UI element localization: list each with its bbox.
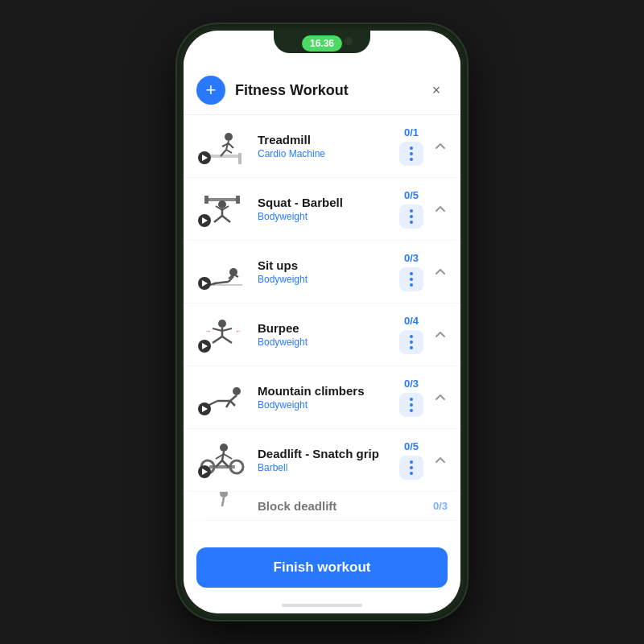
add-exercise-button[interactable]: + bbox=[196, 76, 225, 105]
menu-dot bbox=[410, 460, 413, 464]
exercise-menu-button[interactable] bbox=[399, 267, 423, 291]
svg-line-52 bbox=[222, 497, 224, 506]
menu-dot bbox=[410, 152, 413, 155]
exercise-actions: 0/3 bbox=[399, 378, 423, 417]
collapse-icon[interactable] bbox=[433, 456, 448, 465]
exercise-thumbnail bbox=[196, 190, 248, 229]
menu-dot bbox=[410, 215, 413, 218]
exercise-name: Sit ups bbox=[258, 258, 390, 272]
exercise-category: Bodyweight bbox=[258, 274, 390, 285]
status-bar: 16.36 bbox=[184, 31, 460, 66]
menu-dot bbox=[410, 158, 413, 161]
svg-text:←: ← bbox=[235, 328, 242, 335]
list-item[interactable]: Deadlift - Snatch grip Barbell 0/5 bbox=[184, 429, 460, 492]
list-item[interactable]: → ← Burpee Bodyweight 0/4 bbox=[184, 303, 460, 366]
exercise-actions: 0/5 bbox=[399, 440, 423, 480]
play-icon[interactable] bbox=[198, 277, 211, 290]
exercise-info: Mountain climbers Bodyweight bbox=[258, 384, 390, 411]
home-indicator bbox=[184, 597, 460, 613]
collapse-icon[interactable] bbox=[433, 142, 448, 151]
svg-point-51 bbox=[220, 492, 228, 497]
exercise-name: Squat - Barbell bbox=[258, 196, 390, 209]
list-item[interactable]: Block deadlift 0/3 bbox=[184, 492, 460, 521]
menu-dot bbox=[410, 403, 413, 407]
menu-dot bbox=[410, 398, 413, 401]
collapse-icon[interactable] bbox=[433, 267, 448, 277]
exercise-actions: 0/1 bbox=[399, 126, 423, 166]
phone-frame: 16.36 + Fitness Workout × bbox=[177, 24, 467, 620]
set-count: 0/3 bbox=[404, 252, 419, 264]
exercise-name: Deadlift - Snatch grip bbox=[258, 447, 390, 460]
menu-dot bbox=[410, 283, 413, 287]
list-item[interactable]: Sit ups Bodyweight 0/3 bbox=[184, 241, 460, 303]
svg-line-29 bbox=[222, 336, 232, 343]
exercise-thumbnail: → ← bbox=[196, 316, 248, 354]
exercise-menu-button[interactable] bbox=[399, 330, 423, 354]
exercise-actions: 0/3 bbox=[399, 252, 423, 291]
exercise-info: Treadmill Cardio Machine bbox=[258, 133, 390, 159]
play-icon[interactable] bbox=[198, 151, 211, 164]
svg-line-4 bbox=[226, 141, 229, 150]
svg-line-21 bbox=[214, 282, 229, 283]
set-count: 0/4 bbox=[404, 315, 419, 327]
collapse-icon[interactable] bbox=[433, 393, 448, 402]
svg-line-8 bbox=[229, 143, 233, 148]
svg-point-12 bbox=[218, 200, 226, 208]
finish-workout-button[interactable]: Finish workout bbox=[196, 547, 448, 588]
svg-point-34 bbox=[233, 387, 241, 395]
svg-rect-10 bbox=[204, 196, 208, 204]
menu-dot bbox=[410, 209, 413, 213]
menu-dot bbox=[410, 346, 413, 349]
svg-line-6 bbox=[226, 150, 232, 153]
exercise-category: Cardio Machine bbox=[258, 148, 390, 159]
exercise-menu-button[interactable] bbox=[399, 204, 423, 229]
app-header: + Fitness Workout × bbox=[184, 66, 460, 115]
exercise-info: Burpee Bodyweight bbox=[258, 321, 390, 348]
phone-screen: 16.36 + Fitness Workout × bbox=[184, 31, 460, 613]
exercise-info: Block deadlift bbox=[258, 499, 423, 513]
svg-line-14 bbox=[214, 216, 222, 222]
svg-line-28 bbox=[213, 336, 222, 343]
time-display: 16.36 bbox=[302, 35, 342, 52]
exercise-thumbnail bbox=[196, 441, 248, 480]
svg-line-31 bbox=[222, 328, 232, 331]
exercise-name: Treadmill bbox=[258, 133, 390, 147]
close-button[interactable]: × bbox=[425, 79, 448, 101]
exercise-category: Bodyweight bbox=[258, 336, 390, 348]
exercise-menu-button[interactable] bbox=[399, 142, 423, 166]
exercise-menu-button[interactable] bbox=[399, 393, 423, 417]
svg-line-39 bbox=[230, 401, 235, 406]
menu-dot bbox=[410, 147, 413, 150]
list-item[interactable]: Squat - Barbell Bodyweight 0/5 bbox=[184, 178, 460, 241]
svg-line-35 bbox=[230, 395, 237, 401]
menu-dot bbox=[410, 221, 413, 224]
play-icon[interactable] bbox=[198, 465, 211, 478]
set-count: 0/3 bbox=[433, 500, 448, 512]
play-icon[interactable] bbox=[198, 340, 211, 353]
set-count: 0/3 bbox=[404, 378, 419, 390]
exercise-category: Bodyweight bbox=[258, 211, 390, 222]
home-bar bbox=[282, 604, 362, 607]
list-item[interactable]: Treadmill Cardio Machine 0/1 bbox=[184, 115, 460, 178]
exercise-thumbnail bbox=[196, 127, 248, 166]
camera bbox=[345, 37, 353, 45]
exercise-name: Burpee bbox=[258, 321, 390, 335]
svg-point-3 bbox=[225, 133, 233, 141]
exercise-menu-button[interactable] bbox=[399, 456, 423, 480]
collapse-icon[interactable] bbox=[433, 204, 448, 214]
exercise-category: Barbell bbox=[258, 462, 390, 473]
collapse-icon[interactable] bbox=[433, 330, 448, 340]
exercise-actions: 0/4 bbox=[399, 315, 423, 354]
play-icon[interactable] bbox=[198, 402, 211, 415]
list-item[interactable]: Mountain climbers Bodyweight 0/3 bbox=[184, 366, 460, 429]
svg-rect-11 bbox=[236, 196, 240, 204]
svg-line-46 bbox=[222, 452, 224, 460]
exercise-category: Bodyweight bbox=[258, 399, 390, 411]
play-icon[interactable] bbox=[198, 214, 211, 227]
menu-dot bbox=[410, 278, 413, 281]
set-count: 0/5 bbox=[404, 440, 419, 452]
menu-dot bbox=[410, 409, 413, 412]
exercise-name: Block deadlift bbox=[258, 499, 423, 513]
svg-rect-2 bbox=[238, 153, 242, 164]
menu-dot bbox=[410, 466, 413, 469]
